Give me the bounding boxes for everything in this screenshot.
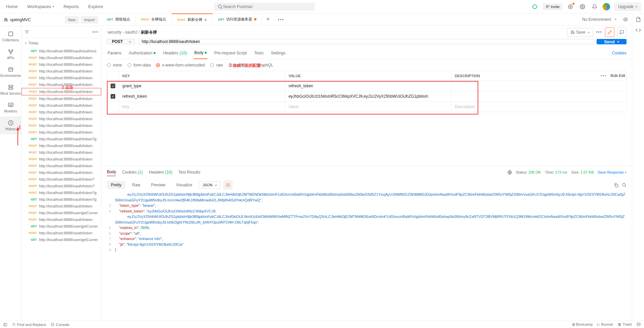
sidebar-toggle-icon[interactable] [3,323,7,327]
tab-close-icon[interactable]: × [204,17,207,22]
history-row[interactable]: POSThttp://localhost:8888/oauth/token? [22,176,101,183]
history-row[interactable]: POSThttp://localhost:8888/oauth/token [22,54,101,61]
search-response-icon[interactable] [622,183,627,187]
request-tab[interactable]: GET访问资源服务器 [213,13,263,25]
view-pretty[interactable]: Pretty [107,181,125,189]
history-row[interactable]: GEThttp://localhost:8888/oauth/token?g [22,196,101,203]
history-row[interactable]: POSThttp://localhost:8888/oauth/token [22,102,101,109]
trash-link[interactable]: 🗑 Trash [618,322,632,327]
method-selector[interactable]: POST▾ [107,39,135,44]
history-row[interactable]: POSThttp://localhost:8888/oauth/token [22,109,101,115]
history-group-today[interactable]: ▾Today [22,38,101,48]
subtab-headers[interactable]: Headers (10) [162,47,188,59]
docs-icon[interactable] [636,17,641,22]
rail-monitors[interactable]: Monitors [0,99,21,116]
settings-icon[interactable] [578,3,587,11]
nav-explore[interactable]: Explore [85,1,107,12]
code-icon[interactable] [636,28,641,33]
view-visualize[interactable]: Visualize [172,181,196,189]
kv-row[interactable]: ✓refresh_tokeneyJhbGciOiJIUzI1NiIsInR5cC… [107,91,627,102]
bulk-edit-link[interactable]: Bulk Edit [611,74,625,78]
kv-row[interactable]: ✓grant_typerefresh_token [107,81,627,91]
send-button[interactable]: Send▾ [597,39,627,44]
history-row[interactable]: POSThttp://localhost:8888/oauth/token? [22,183,101,189]
filter-icon[interactable] [24,30,30,35]
console-link[interactable]: Console [51,323,69,327]
history-row[interactable]: POSThttp://localhost:8888/oauth/token [22,149,101,156]
resp-tab-cookies[interactable]: Cookies (1) [122,169,143,176]
capture-icon[interactable] [566,3,574,11]
history-row[interactable]: GEThttp://localhost:8888/oauth/authoriz [22,48,101,54]
bodytype-graphql[interactable]: GraphQL [250,63,273,67]
upgrade-button[interactable]: Upgrade▾ [614,2,641,11]
more-options-icon[interactable]: ••• [596,30,602,35]
cookies-link[interactable]: Cookies [612,51,627,55]
global-search-input[interactable] [223,4,312,9]
history-row[interactable]: POSThttp://localhost:8888/oauth/token [22,81,101,88]
checkbox-icon[interactable]: ✓ [111,84,115,88]
wrap-icon[interactable] [223,180,233,190]
request-tab[interactable]: POST令牌端点 [136,13,172,25]
history-row[interactable]: POSThttp://localhost:8888/oauth/token [22,203,101,209]
response-body[interactable]: eyJ1c2VyX25hbWUiOiJhZG1pbiIsInNjb3BlIjpb… [102,192,632,321]
bodytype-none[interactable]: none [107,63,122,67]
resp-tab-tests[interactable]: Test Results [178,169,200,176]
global-search[interactable] [214,3,315,11]
find-replace-link[interactable]: Find and Replace [12,323,46,327]
history-row[interactable]: POSThttp://localhost:8888/oauth/token [22,61,101,68]
history-row[interactable]: POSThttp://localhost:8888/oauth/token [22,68,101,75]
history-row[interactable]: GEThttp://localhost:8888/oauth/token?g [22,136,101,142]
url-input[interactable] [138,39,594,44]
eye-icon[interactable] [623,17,628,22]
copy-icon[interactable] [614,183,618,187]
view-preview[interactable]: Preview [147,181,169,189]
history-row[interactable]: POSThttp://localhost:8888/oauth/token?g [22,189,101,196]
view-raw[interactable]: Raw [128,181,144,189]
bodytype-formdata[interactable]: form-data [127,63,151,67]
response-format-select[interactable]: JSON▾ [199,181,220,189]
subtab-settings[interactable]: Settings [270,47,286,59]
new-button[interactable]: New [65,16,79,24]
history-row[interactable]: POSThttp://localhost:8888/oauth/token [22,122,101,129]
rail-collections[interactable]: Collections [0,28,21,45]
user-avatar[interactable] [603,3,610,10]
request-tab[interactable]: POST刷新令牌× [172,13,213,25]
notifications-icon[interactable] [591,3,599,11]
history-row[interactable]: POSThttp://localhost:8888/oauth/token [22,162,101,169]
save-response-link[interactable]: Save Response ▾ [598,170,627,174]
history-row[interactable]: POSThttp://localhost:8888/oauth/token [22,142,101,149]
comment-icon[interactable] [617,28,627,37]
resp-tab-headers[interactable]: Headers (10) [149,169,172,176]
nav-workspaces[interactable]: Workspaces▾ [24,1,57,12]
bodytype-raw[interactable]: raw [210,63,223,67]
subtab-body[interactable]: Body [194,47,207,59]
history-row[interactable]: POSThttp://localhost:8888/oauth/token [22,115,101,122]
add-tab-button[interactable]: + [262,16,274,23]
checkbox-icon[interactable]: ✓ [111,94,115,99]
subtab-authorization[interactable]: Authorization [128,47,156,59]
history-row[interactable]: POSThttp://localhost:8888/oauth/token [22,88,101,95]
subtab-params[interactable]: Params [107,47,122,59]
rail-environments[interactable]: Environments [0,63,21,81]
bootcamp-link[interactable]: ⊞ Bootcamp [572,322,593,327]
history-row[interactable]: POSThttp://localhost:8888/oauth/token [22,230,101,236]
history-row[interactable]: GEThttp://localhost:8888/user/getCurren [22,223,101,230]
save-button[interactable]: Save▾ [567,28,593,37]
history-row[interactable]: POSThttp://localhost:8888/oauth/token [22,95,101,102]
invite-button[interactable]: Invite [543,3,562,10]
history-row[interactable]: POSThttp://localhost:8888/oauth/token [22,129,101,136]
tabs-more-icon[interactable]: ••• [274,16,288,23]
layout-icon[interactable] [637,322,641,326]
edit-icon[interactable] [605,28,614,37]
rail-history[interactable]: History [0,116,21,134]
history-row[interactable]: GEThttp://localhost:8888/user/getCurren [22,236,101,243]
bodytype-binary[interactable]: binary [228,63,245,67]
resp-tab-body[interactable]: Body [107,168,116,176]
rail-apis[interactable]: APIs [0,45,21,63]
rail-mockservers[interactable]: Mock Servers [0,81,21,99]
nav-reports[interactable]: Reports [60,1,82,12]
subtab-prerequest[interactable]: Pre-request Script [213,47,247,59]
bodytype-xwww[interactable]: x-www-form-urlencoded [156,63,205,67]
more-icon[interactable]: ••• [92,30,98,35]
request-tab[interactable]: GET授权端点 [102,13,136,25]
